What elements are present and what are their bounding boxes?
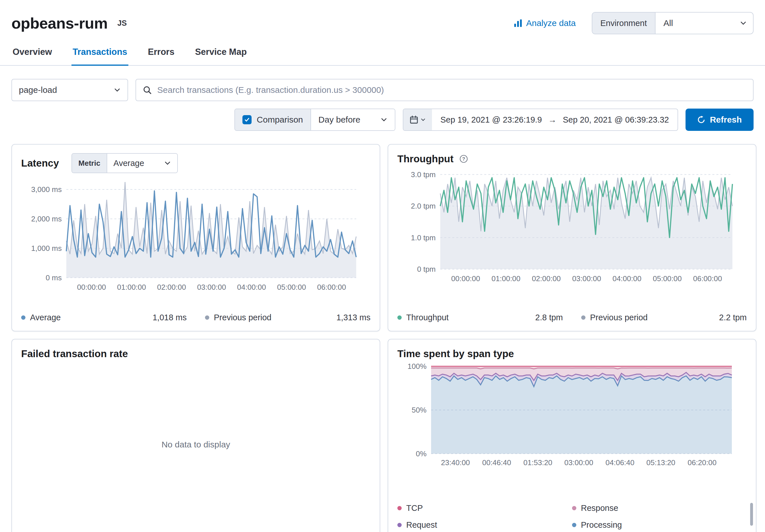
svg-text:01:00:00: 01:00:00 <box>117 283 146 291</box>
svg-text:00:46:40: 00:46:40 <box>482 458 511 467</box>
search-icon <box>143 86 152 94</box>
legend-value-previous: 2.2 tpm <box>719 313 747 322</box>
comparison-period-value: Day before <box>319 115 361 125</box>
legend-item-processing[interactable]: Processing <box>572 520 747 530</box>
date-range: Sep 19, 2021 @ 23:26:19.9 → Sep 20, 2021… <box>432 109 677 130</box>
latency-chart[interactable]: 3,000 ms2,000 ms1,000 ms0 ms00:00:0001:0… <box>21 176 371 292</box>
latency-panel-header: Latency Metric Average <box>21 153 371 173</box>
date-range-end[interactable]: Sep 20, 2021 @ 06:39:23.32 <box>563 115 669 125</box>
legend-column: Average 1,018 ms <box>21 313 187 322</box>
legend-dot-processing <box>572 523 576 527</box>
legend-value-previous: 1,313 ms <box>337 313 371 322</box>
svg-text:06:00:00: 06:00:00 <box>693 274 722 283</box>
svg-text:2.0 tpm: 2.0 tpm <box>411 202 436 210</box>
refresh-button[interactable]: Refresh <box>685 109 754 131</box>
timespent-chart[interactable]: 100%50%0%23:40:0000:46:4001:53:2003:00:0… <box>397 363 747 467</box>
legend-item-previous-period[interactable]: Previous period <box>581 313 648 322</box>
legend-item-previous-period[interactable]: Previous period <box>205 313 272 322</box>
chevron-down-icon <box>114 87 121 94</box>
svg-text:3,000 ms: 3,000 ms <box>31 185 62 194</box>
service-title-group: opbeans-rum JS <box>11 14 127 32</box>
svg-text:03:00:00: 03:00:00 <box>197 283 226 291</box>
latency-panel: Latency Metric Average 3,000 ms2,000 ms1… <box>11 144 380 332</box>
svg-text:05:00:00: 05:00:00 <box>653 274 681 283</box>
analyze-data-link[interactable]: Analyze data <box>514 18 576 28</box>
svg-text:1.0 tpm: 1.0 tpm <box>411 233 436 242</box>
failed-transaction-rate-panel: Failed transaction rate No data to displ… <box>11 339 380 532</box>
legend-scrollbar[interactable] <box>750 503 753 526</box>
svg-text:0 tpm: 0 tpm <box>417 265 436 273</box>
svg-text:04:06:40: 04:06:40 <box>605 458 634 467</box>
legend-dot-tcp <box>397 506 401 510</box>
svg-text:06:00:00: 06:00:00 <box>317 283 346 291</box>
filter-bar: page-load <box>11 79 754 101</box>
chevron-down-icon <box>164 160 171 166</box>
quick-select-button[interactable] <box>403 109 432 130</box>
legend-dot-average <box>21 315 25 320</box>
refresh-icon <box>697 116 705 124</box>
timespent-panel-header: Time spent by span type <box>397 348 747 360</box>
svg-text:2,000 ms: 2,000 ms <box>31 215 62 223</box>
check-icon <box>244 117 250 123</box>
svg-text:01:53:20: 01:53:20 <box>523 458 552 467</box>
comparison-label: Comparison <box>257 115 303 125</box>
page-title: opbeans-rum <box>11 14 108 32</box>
transaction-type-select[interactable]: page-load <box>11 79 128 101</box>
legend-value-throughput: 2.8 tpm <box>535 313 563 322</box>
metric-label: Metric <box>72 154 107 172</box>
comparison-period-select[interactable]: Day before <box>311 109 395 130</box>
tab-errors[interactable]: Errors <box>147 44 176 66</box>
search-input[interactable] <box>157 85 746 95</box>
no-data-message: No data to display <box>21 360 371 530</box>
legend-dot-previous <box>581 315 585 320</box>
date-range-start[interactable]: Sep 19, 2021 @ 23:26:19.9 <box>440 115 542 125</box>
throughput-panel-header: Throughput ? <box>397 153 747 164</box>
legend-column: Previous period 1,313 ms <box>205 313 371 322</box>
time-controls-row: Comparison Day before <box>11 109 754 131</box>
svg-text:01:00:00: 01:00:00 <box>491 274 520 283</box>
bar-chart-icon <box>514 19 522 27</box>
chevron-down-icon <box>381 116 387 123</box>
svg-text:3.0 tpm: 3.0 tpm <box>411 170 436 179</box>
help-icon[interactable]: ? <box>459 154 468 163</box>
comparison-checkbox-group[interactable]: Comparison <box>235 109 311 130</box>
svg-text:02:00:00: 02:00:00 <box>532 274 561 283</box>
latency-metric-select[interactable]: Metric Average <box>71 153 178 173</box>
svg-text:03:00:00: 03:00:00 <box>572 274 601 283</box>
analyze-data-label: Analyze data <box>526 18 576 28</box>
latency-title: Latency <box>21 157 59 169</box>
legend-item-response[interactable]: Response <box>572 503 747 513</box>
latency-legend: Average 1,018 ms Previous period 1,313 m… <box>21 308 371 322</box>
charts-grid: Latency Metric Average 3,000 ms2,000 ms1… <box>11 144 754 532</box>
legend-item-request[interactable]: Request <box>397 520 572 530</box>
legend-dot-throughput <box>397 315 401 320</box>
throughput-panel: Throughput ? 3.0 tpm2.0 tpm1.0 tpm0 tpm0… <box>387 144 756 332</box>
environment-value: All <box>655 13 740 34</box>
svg-text:0%: 0% <box>416 449 426 458</box>
legend-value-average: 1,018 ms <box>153 313 187 322</box>
throughput-chart[interactable]: 3.0 tpm2.0 tpm1.0 tpm0 tpm00:00:0001:00:… <box>397 168 747 283</box>
svg-text:?: ? <box>462 156 465 162</box>
date-range-picker: Sep 19, 2021 @ 23:26:19.9 → Sep 20, 2021… <box>403 109 678 131</box>
date-range-arrow: → <box>548 115 557 125</box>
svg-text:03:00:00: 03:00:00 <box>564 458 593 467</box>
metric-value[interactable]: Average <box>107 154 178 172</box>
svg-text:04:00:00: 04:00:00 <box>612 274 641 283</box>
tab-service-map[interactable]: Service Map <box>194 44 248 66</box>
tab-transactions[interactable]: Transactions <box>71 44 128 66</box>
throughput-title: Throughput <box>397 153 453 164</box>
environment-select[interactable]: Environment All <box>592 12 754 34</box>
legend-dot-request <box>397 523 401 527</box>
chevron-down-icon <box>740 20 747 27</box>
calendar-icon <box>410 116 418 124</box>
comparison-checkbox[interactable] <box>243 115 252 124</box>
page-header: opbeans-rum JS Analyze data Environment … <box>11 0 754 34</box>
svg-text:1,000 ms: 1,000 ms <box>31 244 62 253</box>
failed-rate-panel-header: Failed transaction rate <box>21 348 371 360</box>
legend-item-tcp[interactable]: TCP <box>397 503 572 513</box>
tab-overview[interactable]: Overview <box>11 44 53 66</box>
legend-item-throughput[interactable]: Throughput <box>397 313 448 322</box>
throughput-legend: Throughput 2.8 tpm Previous period 2.2 t… <box>397 308 747 322</box>
legend-item-average[interactable]: Average <box>21 313 61 322</box>
timespent-title: Time spent by span type <box>397 348 514 360</box>
